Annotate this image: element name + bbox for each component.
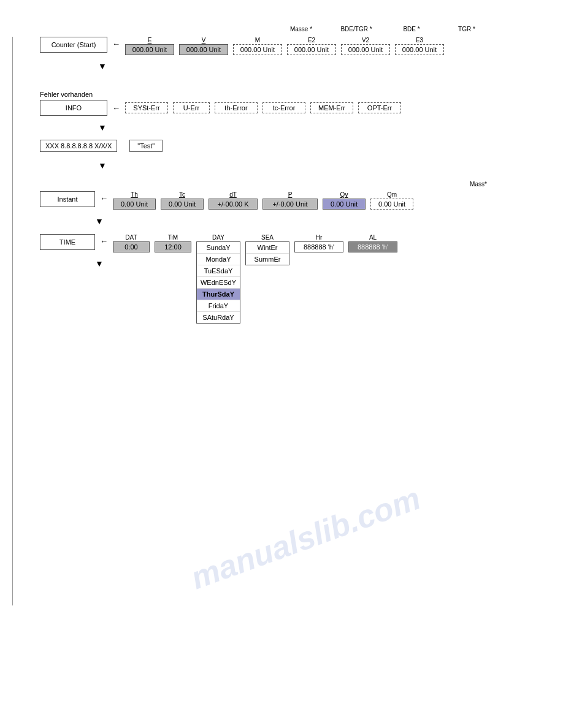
e2-cell: E2 000.00 Unit xyxy=(287,37,336,55)
tc-value-box[interactable]: 0.00 Unit xyxy=(161,199,204,210)
hr-value-box[interactable]: 888888 'h' xyxy=(294,241,343,252)
th-value-box[interactable]: 0.00 Unit xyxy=(113,199,156,210)
tc-error-box[interactable]: tc-Error xyxy=(262,102,305,113)
day-wednesday[interactable]: WEdnESdY xyxy=(197,277,240,289)
al-value-box[interactable]: 888888 'h' xyxy=(348,241,397,252)
dat-cell: DAT 0:00 xyxy=(113,234,150,252)
tim-cell: TiM 12:00 xyxy=(155,234,191,252)
th-cell: Th 0.00 Unit xyxy=(113,191,156,210)
v-cell: V 000.00 Unit xyxy=(179,37,228,55)
qm-value-box[interactable]: 0.00 Unit xyxy=(370,199,413,210)
sea-summer[interactable]: SummEr xyxy=(246,254,289,265)
hr-cell: Hr 888888 'h' xyxy=(294,234,343,252)
day-sunday[interactable]: SundaY xyxy=(197,242,240,254)
e-value-box[interactable]: 000.00 Unit xyxy=(125,44,174,55)
v2-cell: V2 000.00 Unit xyxy=(341,37,390,55)
row1-arrow-left: ← xyxy=(112,39,120,48)
u-err-box[interactable]: U-Err xyxy=(173,102,210,113)
sea-cell: SEA WintEr SummEr xyxy=(245,234,289,265)
sea-winter[interactable]: WintEr xyxy=(246,242,289,254)
mem-err-box[interactable]: MEM-Err xyxy=(310,102,353,113)
row4-main: Instant ← Th 0.00 Unit Tc 0.00 Unit dT +… xyxy=(40,191,413,210)
syst-err-box[interactable]: SYSt-Err xyxy=(125,102,168,113)
row5-main: TIME ← DAT 0:00 TiM 12:00 DAY SundaY Mon… xyxy=(40,234,397,324)
row1-main: Counter (Start) ← E 000.00 Unit V 000.00… xyxy=(40,37,444,55)
opt-err-box[interactable]: OPT-Err xyxy=(358,102,401,113)
counter-start-button[interactable]: Counter (Start) xyxy=(40,37,107,53)
left-border-line xyxy=(12,37,13,605)
day-saturday[interactable]: SAtuRdaY xyxy=(197,312,240,323)
row4-arrow-left: ← xyxy=(100,194,108,203)
m-value-box[interactable]: 000.00 Unit xyxy=(233,44,282,55)
row1-arrow-down: ▼ xyxy=(98,61,107,71)
qm-cell: Qm 0.00 Unit xyxy=(370,191,413,210)
info-button[interactable]: INFO xyxy=(40,100,107,116)
th-error-box[interactable]: th-Error xyxy=(215,102,258,113)
day-list[interactable]: SundaY MondaY TuESdaY WEdnESdY ThurSdaY … xyxy=(196,241,240,324)
qv-cell: Qv 0.00 Unit xyxy=(323,191,366,210)
masse-header: Masse * xyxy=(274,26,328,33)
row5-arrow-down: ▼ xyxy=(95,259,104,268)
instant-button[interactable]: Instant xyxy=(40,191,95,207)
v2-value-box[interactable]: 000.00 Unit xyxy=(341,44,390,55)
watermark: manualslib.com xyxy=(186,480,425,597)
sea-list[interactable]: WintEr SummEr xyxy=(245,241,289,265)
mass-header-row4: Mass* xyxy=(454,181,503,188)
day-tuesday[interactable]: TuESdaY xyxy=(197,265,240,277)
tgr-header: TGR * xyxy=(440,26,494,33)
row3-main: XXX 8.8.8.8.8.8 X/X/X "Test" xyxy=(40,140,163,152)
qv-value-box[interactable]: 0.00 Unit xyxy=(323,199,366,210)
p-value-box[interactable]: +/-0.00 Unit xyxy=(262,199,318,210)
dat-value-box[interactable]: 0:00 xyxy=(113,241,150,252)
dt-value-box[interactable]: +/-00.00 K xyxy=(209,199,258,210)
row3-arrow-down: ▼ xyxy=(98,161,107,170)
v-value-box[interactable]: 000.00 Unit xyxy=(179,44,228,55)
dt-cell: dT +/-00.00 K xyxy=(209,191,258,210)
tc-cell: Tc 0.00 Unit xyxy=(161,191,204,210)
fehler-label: Fehler vorhanden xyxy=(40,91,93,98)
row2-main: INFO ← SYSt-Err U-Err th-Error tc-Error … xyxy=(40,100,401,116)
test-box[interactable]: "Test" xyxy=(129,140,163,152)
m-cell: M 000.00 Unit xyxy=(233,37,282,55)
time-button[interactable]: TIME xyxy=(40,234,95,250)
row2-arrow-down: ▼ xyxy=(98,123,107,132)
xxx-box[interactable]: XXX 8.8.8.8.8.8 X/X/X xyxy=(40,140,117,152)
day-monday[interactable]: MondaY xyxy=(197,254,240,265)
p-cell: P +/-0.00 Unit xyxy=(262,191,318,210)
e2-value-box[interactable]: 000.00 Unit xyxy=(287,44,336,55)
row5-arrow-left: ← xyxy=(100,237,108,246)
bde-header: BDE * xyxy=(385,26,439,33)
day-friday[interactable]: FridaY xyxy=(197,300,240,312)
day-thursday[interactable]: ThurSdaY xyxy=(197,289,240,300)
bde-tgr-header: BDE/TGR * xyxy=(329,26,383,33)
row4-arrow-down: ▼ xyxy=(95,216,104,226)
day-cell: DAY SundaY MondaY TuESdaY WEdnESdY ThurS… xyxy=(196,234,240,324)
row2-arrow-left: ← xyxy=(112,104,120,113)
tim-value-box[interactable]: 12:00 xyxy=(155,241,191,252)
e-cell: E 000.00 Unit xyxy=(125,37,174,55)
e3-cell: E3 000.00 Unit xyxy=(395,37,444,55)
row1-headers: Masse * BDE/TGR * BDE * TGR * xyxy=(274,26,494,33)
e3-value-box[interactable]: 000.00 Unit xyxy=(395,44,444,55)
al-cell: AL 888888 'h' xyxy=(348,234,397,252)
